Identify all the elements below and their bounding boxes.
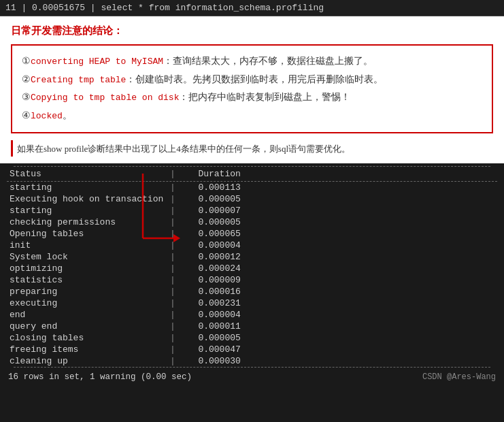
sep-1: ：	[163, 55, 173, 66]
pipe-row: |	[170, 356, 175, 366]
conclusion-item-4: ④locked。	[22, 107, 482, 125]
row-duration: 0.000005	[175, 194, 243, 204]
pipe-row: |	[170, 344, 175, 355]
table-row: closing tables | 0.000005	[7, 332, 497, 344]
pipe-row: |	[170, 321, 175, 331]
conclusion-item-2: ②Creating tmp table：创建临时表。先拷贝数据到临时表，用完后再…	[22, 71, 482, 89]
row-status: freeing items	[7, 344, 170, 355]
row-duration: 0.000004	[175, 310, 243, 320]
row-status: executing	[7, 298, 170, 308]
row-status: closing tables	[7, 333, 170, 343]
table-row: starting | 0.000007	[7, 205, 497, 216]
table-row: end | 0.000004	[7, 309, 497, 321]
white-area: 日常开发需注意的结论： ①converting HEAP to MyISAM：查…	[0, 16, 504, 163]
row-duration: 0.000024	[175, 263, 243, 274]
item-num-2: ②	[22, 74, 31, 84]
desc-3: 把内存中临时表复制到磁盘上，警惕！	[188, 91, 350, 102]
table-row: init | 0.000004	[7, 240, 497, 251]
table-row: Executing hook on transaction | 0.000005	[7, 193, 497, 205]
row-status: cleaning up	[7, 356, 170, 366]
rows-info: 16 rows in set, 1 warning (0.00 sec)	[8, 372, 192, 382]
conclusion-item-3: ③Copying to tmp table on disk：把内存中临时表复制到…	[22, 88, 482, 107]
top-bar-content: 11 | 0.00051675 | select * from informat…	[5, 3, 324, 13]
row-status: end	[7, 310, 170, 320]
row-duration: 0.000007	[175, 206, 243, 216]
table-row: cleaning up | 0.000030	[7, 355, 497, 367]
table-row: Opening tables | 0.000065	[7, 228, 497, 240]
row-status: query end	[7, 321, 170, 331]
row-duration: 0.000011	[175, 321, 243, 331]
pipe-row: |	[170, 310, 175, 320]
terminal-wrapper: Status | Duration starting | 0.000113 Ex…	[0, 163, 504, 370]
code-2: Creating tmp table	[31, 75, 126, 85]
desc-2: 创建临时表。先拷贝数据到临时表，用完后再删除临时表。	[135, 74, 383, 84]
code-4: locked	[31, 111, 63, 121]
pipe-row: |	[170, 182, 175, 193]
row-status: preparing	[7, 287, 170, 297]
pipe-row: |	[170, 333, 175, 343]
row-duration: 0.000231	[175, 298, 243, 308]
table-header: Status | Duration	[7, 167, 497, 182]
pipe-row: |	[170, 298, 175, 308]
conclusions-box: ①converting HEAP to MyISAM：查询结果太大，内存不够，数…	[11, 44, 493, 133]
bottom-line: 16 rows in set, 1 warning (0.00 sec) CSD…	[0, 370, 504, 384]
desc-1: 查询结果太大，内存不够，数据往磁盘上搬了。	[173, 55, 373, 66]
csdn-credit: CSDN @Ares-Wang	[422, 372, 496, 382]
table-body: starting | 0.000113 Executing hook on tr…	[7, 182, 497, 367]
row-status: checking permissions	[7, 217, 170, 227]
section-title: 日常开发需注意的结论：	[11, 25, 493, 37]
item-num-3: ③	[22, 91, 31, 102]
row-duration: 0.000012	[175, 252, 243, 262]
row-duration: 0.000004	[175, 240, 243, 250]
conclusion-item-1: ①converting HEAP to MyISAM：查询结果太大，内存不够，数…	[22, 52, 482, 71]
code-1: converting HEAP to MyISAM	[31, 56, 163, 67]
pipe-row: |	[170, 206, 175, 216]
pipe-row: |	[170, 275, 175, 285]
table-bottom-border	[14, 367, 490, 368]
table-row: freeing items | 0.000047	[7, 344, 497, 355]
pipe-row: |	[170, 287, 175, 297]
table-row: optimizing | 0.000024	[7, 263, 497, 274]
table-row: checking permissions | 0.000005	[7, 216, 497, 228]
row-duration: 0.000005	[175, 217, 243, 227]
row-duration: 0.000113	[175, 182, 243, 193]
row-status: starting	[7, 182, 170, 193]
row-duration: 0.000016	[175, 287, 243, 297]
note-line: 如果在show profile诊断结果中出现了以上4条结果中的任何一条，则sql…	[11, 140, 493, 157]
row-duration: 0.000005	[175, 333, 243, 343]
pipe-row: |	[170, 217, 175, 227]
row-status: System lock	[7, 252, 170, 262]
table-row: preparing | 0.000016	[7, 286, 497, 297]
pipe-row: |	[170, 229, 175, 239]
table-row: starting | 0.000113	[7, 182, 497, 193]
sep-2: ：	[126, 74, 135, 84]
table-row: query end | 0.000011	[7, 321, 497, 332]
pipe-row: |	[170, 263, 175, 274]
pipe-row: |	[170, 194, 175, 204]
row-status: init	[7, 240, 170, 250]
item-num-1: ①	[22, 55, 31, 66]
code-3: Copying to tmp table on disk	[31, 93, 179, 103]
row-duration: 0.000047	[175, 344, 243, 355]
pipe-row: |	[170, 240, 175, 250]
row-duration: 0.000030	[175, 356, 243, 366]
table-row: executing | 0.000231	[7, 297, 497, 309]
table-row: statistics | 0.000009	[7, 274, 497, 286]
table-row: System lock | 0.000012	[7, 251, 497, 263]
row-duration: 0.000009	[175, 275, 243, 285]
row-status: starting	[7, 206, 170, 216]
row-status: Executing hook on transaction	[7, 194, 170, 204]
terminal-section: Status | Duration starting | 0.000113 Ex…	[0, 163, 504, 422]
row-duration: 0.000065	[175, 229, 243, 239]
item-num-4: ④	[22, 110, 31, 120]
col-header-duration: Duration	[175, 169, 243, 179]
top-bar: 11 | 0.00051675 | select * from informat…	[0, 0, 504, 16]
row-status: statistics	[7, 275, 170, 285]
sep-4: 。	[63, 110, 72, 120]
sep-3: ：	[179, 91, 188, 102]
col-header-status: Status	[7, 169, 170, 179]
page-container: 11 | 0.00051675 | select * from informat…	[0, 0, 504, 422]
row-status: optimizing	[7, 263, 170, 274]
pipe-header: |	[170, 169, 175, 179]
row-status: Opening tables	[7, 229, 170, 239]
